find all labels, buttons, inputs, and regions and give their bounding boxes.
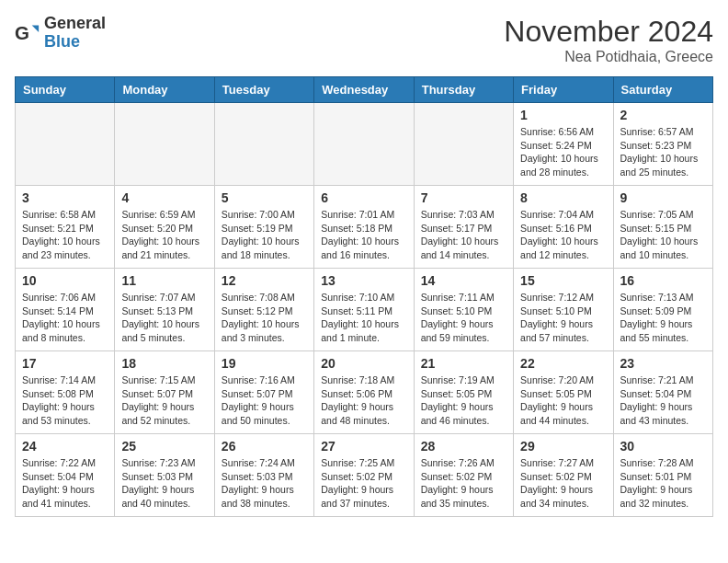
calendar-week-row: 10Sunrise: 7:06 AM Sunset: 5:14 PM Dayli…: [16, 269, 713, 351]
calendar-cell: 5Sunrise: 7:00 AM Sunset: 5:19 PM Daylig…: [214, 186, 313, 269]
day-number: 20: [321, 356, 406, 371]
day-info: Sunrise: 7:19 AM Sunset: 5:05 PM Dayligh…: [421, 373, 506, 428]
calendar-cell: 21Sunrise: 7:19 AM Sunset: 5:05 PM Dayli…: [414, 351, 513, 434]
day-info: Sunrise: 6:58 AM Sunset: 5:21 PM Dayligh…: [22, 208, 108, 262]
day-number: 25: [121, 439, 207, 454]
day-info: Sunrise: 7:26 AM Sunset: 5:02 PM Dayligh…: [421, 456, 506, 511]
calendar-cell: [214, 103, 313, 186]
calendar-cell: 11Sunrise: 7:07 AM Sunset: 5:13 PM Dayli…: [115, 269, 214, 351]
day-info: Sunrise: 7:05 AM Sunset: 5:15 PM Dayligh…: [620, 208, 706, 262]
logo-icon: G: [15, 20, 40, 46]
calendar-cell: 12Sunrise: 7:08 AM Sunset: 5:12 PM Dayli…: [214, 269, 313, 351]
day-info: Sunrise: 6:56 AM Sunset: 5:24 PM Dayligh…: [520, 125, 606, 179]
calendar-table: SundayMondayTuesdayWednesdayThursdayFrid…: [15, 76, 713, 517]
day-info: Sunrise: 7:21 AM Sunset: 5:04 PM Dayligh…: [620, 373, 706, 428]
title-block: November 2024 Nea Potidhaia, Greece: [504, 15, 713, 65]
logo-blue: Blue: [44, 32, 80, 51]
day-info: Sunrise: 7:28 AM Sunset: 5:01 PM Dayligh…: [620, 456, 706, 511]
day-number: 2: [620, 108, 706, 122]
calendar-cell: 24Sunrise: 7:22 AM Sunset: 5:04 PM Dayli…: [16, 434, 115, 517]
weekday-header: Tuesday: [214, 77, 313, 103]
calendar-cell: 4Sunrise: 6:59 AM Sunset: 5:20 PM Daylig…: [115, 186, 214, 269]
day-info: Sunrise: 7:13 AM Sunset: 5:09 PM Dayligh…: [620, 291, 706, 345]
calendar-cell: 6Sunrise: 7:01 AM Sunset: 5:18 PM Daylig…: [314, 186, 414, 269]
day-number: 19: [222, 356, 307, 371]
calendar-cell: 16Sunrise: 7:13 AM Sunset: 5:09 PM Dayli…: [613, 269, 712, 351]
page-header: G General Blue November 2024 Nea Potidha…: [15, 15, 713, 65]
day-info: Sunrise: 7:23 AM Sunset: 5:03 PM Dayligh…: [121, 456, 207, 511]
day-number: 6: [321, 190, 406, 205]
weekday-header: Saturday: [613, 77, 712, 103]
day-number: 3: [22, 190, 108, 205]
day-number: 22: [520, 356, 606, 371]
weekday-header: Thursday: [414, 77, 513, 103]
day-info: Sunrise: 7:24 AM Sunset: 5:03 PM Dayligh…: [222, 456, 307, 511]
calendar-cell: [314, 103, 414, 186]
day-number: 21: [421, 356, 506, 371]
calendar-cell: [115, 103, 214, 186]
calendar-cell: 1Sunrise: 6:56 AM Sunset: 5:24 PM Daylig…: [514, 103, 613, 186]
calendar-cell: 15Sunrise: 7:12 AM Sunset: 5:10 PM Dayli…: [514, 269, 613, 351]
calendar-cell: 2Sunrise: 6:57 AM Sunset: 5:23 PM Daylig…: [613, 103, 712, 186]
day-number: 13: [321, 273, 406, 288]
day-info: Sunrise: 7:10 AM Sunset: 5:11 PM Dayligh…: [321, 291, 406, 345]
calendar-cell: 7Sunrise: 7:03 AM Sunset: 5:17 PM Daylig…: [414, 186, 513, 269]
calendar-cell: 22Sunrise: 7:20 AM Sunset: 5:05 PM Dayli…: [514, 351, 613, 434]
calendar-cell: 3Sunrise: 6:58 AM Sunset: 5:21 PM Daylig…: [16, 186, 115, 269]
weekday-header: Friday: [514, 77, 613, 103]
day-number: 30: [620, 439, 706, 454]
day-info: Sunrise: 7:06 AM Sunset: 5:14 PM Dayligh…: [22, 291, 108, 345]
svg-marker-1: [32, 25, 39, 31]
day-number: 5: [222, 190, 307, 205]
day-number: 14: [421, 273, 506, 288]
calendar-cell: 23Sunrise: 7:21 AM Sunset: 5:04 PM Dayli…: [613, 351, 712, 434]
day-info: Sunrise: 7:25 AM Sunset: 5:02 PM Dayligh…: [321, 456, 406, 511]
day-number: 27: [321, 439, 406, 454]
calendar-cell: 8Sunrise: 7:04 AM Sunset: 5:16 PM Daylig…: [514, 186, 613, 269]
day-number: 28: [421, 439, 506, 454]
calendar-cell: 9Sunrise: 7:05 AM Sunset: 5:15 PM Daylig…: [613, 186, 712, 269]
calendar-cell: 13Sunrise: 7:10 AM Sunset: 5:11 PM Dayli…: [314, 269, 414, 351]
day-info: Sunrise: 7:12 AM Sunset: 5:10 PM Dayligh…: [520, 291, 606, 345]
day-info: Sunrise: 7:22 AM Sunset: 5:04 PM Dayligh…: [22, 456, 108, 511]
day-number: 12: [222, 273, 307, 288]
day-number: 8: [520, 190, 606, 205]
day-info: Sunrise: 7:27 AM Sunset: 5:02 PM Dayligh…: [520, 456, 606, 511]
calendar-cell: 17Sunrise: 7:14 AM Sunset: 5:08 PM Dayli…: [16, 351, 115, 434]
weekday-header: Monday: [115, 77, 214, 103]
calendar-cell: [414, 103, 513, 186]
logo-text: General Blue: [44, 15, 106, 52]
calendar-cell: 10Sunrise: 7:06 AM Sunset: 5:14 PM Dayli…: [16, 269, 115, 351]
day-number: 17: [22, 356, 108, 371]
calendar-cell: 26Sunrise: 7:24 AM Sunset: 5:03 PM Dayli…: [214, 434, 313, 517]
calendar-cell: 18Sunrise: 7:15 AM Sunset: 5:07 PM Dayli…: [115, 351, 214, 434]
day-number: 16: [620, 273, 706, 288]
calendar-week-row: 3Sunrise: 6:58 AM Sunset: 5:21 PM Daylig…: [16, 186, 713, 269]
day-number: 24: [22, 439, 108, 454]
weekday-header: Wednesday: [314, 77, 414, 103]
calendar-cell: 29Sunrise: 7:27 AM Sunset: 5:02 PM Dayli…: [514, 434, 613, 517]
day-number: 23: [620, 356, 706, 371]
weekday-header: Sunday: [16, 77, 115, 103]
location: Nea Potidhaia, Greece: [504, 49, 713, 65]
day-number: 18: [121, 356, 207, 371]
svg-text:G: G: [15, 21, 29, 42]
day-info: Sunrise: 6:59 AM Sunset: 5:20 PM Dayligh…: [121, 208, 207, 262]
day-info: Sunrise: 7:11 AM Sunset: 5:10 PM Dayligh…: [421, 291, 506, 345]
day-info: Sunrise: 7:16 AM Sunset: 5:07 PM Dayligh…: [222, 373, 307, 428]
day-number: 26: [222, 439, 307, 454]
day-number: 7: [421, 190, 506, 205]
day-info: Sunrise: 7:08 AM Sunset: 5:12 PM Dayligh…: [222, 291, 307, 345]
day-info: Sunrise: 7:18 AM Sunset: 5:06 PM Dayligh…: [321, 373, 406, 428]
calendar-week-row: 17Sunrise: 7:14 AM Sunset: 5:08 PM Dayli…: [16, 351, 713, 434]
calendar-week-row: 1Sunrise: 6:56 AM Sunset: 5:24 PM Daylig…: [16, 103, 713, 186]
day-number: 11: [121, 273, 207, 288]
calendar-cell: 27Sunrise: 7:25 AM Sunset: 5:02 PM Dayli…: [314, 434, 414, 517]
day-number: 10: [22, 273, 108, 288]
day-number: 4: [121, 190, 207, 205]
weekday-header-row: SundayMondayTuesdayWednesdayThursdayFrid…: [16, 77, 713, 103]
day-info: Sunrise: 7:14 AM Sunset: 5:08 PM Dayligh…: [22, 373, 108, 428]
calendar-cell: 19Sunrise: 7:16 AM Sunset: 5:07 PM Dayli…: [214, 351, 313, 434]
calendar-cell: 25Sunrise: 7:23 AM Sunset: 5:03 PM Dayli…: [115, 434, 214, 517]
calendar-cell: [16, 103, 115, 186]
